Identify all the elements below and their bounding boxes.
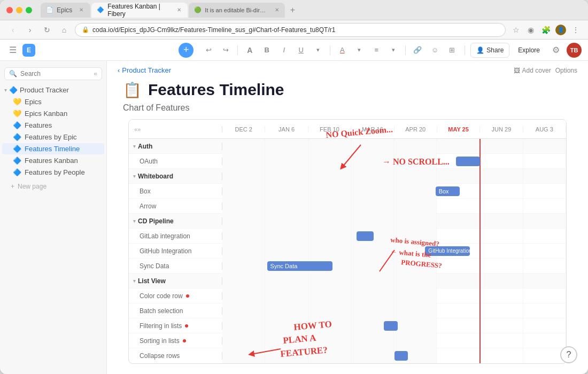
options-button[interactable]: Options <box>555 67 577 74</box>
bold-button[interactable]: B <box>259 43 274 58</box>
page-emoji: 📋 <box>123 81 142 99</box>
close-window-button[interactable] <box>6 7 13 13</box>
sync-data-bar[interactable]: Sync Data <box>267 261 332 271</box>
tab-epics-close[interactable]: ✕ <box>78 6 85 14</box>
filtering-bar[interactable] <box>384 321 398 331</box>
toolbar-divider-3 <box>405 45 406 55</box>
batch-selection-label: Batch selection <box>129 307 222 315</box>
sidebar-item-features[interactable]: 🔷 Features <box>2 120 104 131</box>
help-button[interactable]: ? <box>560 346 577 363</box>
settings-icon[interactable]: ⚙ <box>548 43 563 58</box>
sidebar-parent-product-tracker[interactable]: ▾ 🔷 Product Tracker <box>0 84 106 96</box>
chevron-whiteboard-icon: ▾ <box>133 174 136 179</box>
collapse-rows-bar[interactable] <box>394 351 408 361</box>
auth-bar[interactable] <box>456 157 480 166</box>
oauth-label: OAuth <box>129 158 222 165</box>
star-icon[interactable]: ☆ <box>510 24 522 36</box>
share-button[interactable]: 👤 Share <box>470 43 509 58</box>
sidebar-item-features-timeline[interactable]: 🔷 Features Timeline <box>2 143 104 154</box>
tab-epics[interactable]: 📄 Epics ✕ <box>41 3 90 18</box>
sidebar-item-features-by-epic[interactable]: 🔷 Features by Epic <box>2 131 104 143</box>
text-size-button[interactable]: A <box>242 43 257 58</box>
features-by-epic-label: Features by Epic <box>25 133 77 141</box>
box-bar[interactable]: Box <box>436 186 460 196</box>
sidebar-item-features-kanban[interactable]: 🔷 Features Kanban <box>2 155 104 166</box>
align-button[interactable]: ≡ <box>369 43 384 58</box>
align-more-button[interactable]: ▾ <box>386 43 401 58</box>
row-sync-data: Sync Data Sync Data <box>129 259 566 274</box>
sidebar-item-epics[interactable]: 💛 Epics <box>2 96 104 107</box>
url-bar[interactable]: 🔒 coda.io/d/Epics_dpJG-Cm9lkz/Features-T… <box>75 23 506 37</box>
github-bar[interactable]: GitHub Integration <box>425 246 470 256</box>
address-actions: ☆ ◉ 🧩 👤 ⋮ <box>510 24 582 36</box>
col-today <box>437 139 480 154</box>
group-list-view: ▾ List View <box>129 274 566 289</box>
back-button[interactable]: ‹ <box>6 24 19 36</box>
new-page-button[interactable]: + New page <box>0 181 106 192</box>
font-color-more-button[interactable]: ▾ <box>352 43 367 58</box>
sidebar-item-features-by-people[interactable]: 🔷 Features by People <box>2 167 104 178</box>
arrow-timeline <box>222 199 566 214</box>
minimize-window-button[interactable] <box>16 7 22 13</box>
box-label: Box <box>129 188 222 195</box>
dot-color-code <box>186 294 189 298</box>
refresh-button[interactable]: ↻ <box>41 24 53 36</box>
maximize-window-button[interactable] <box>26 7 32 13</box>
tab-coda-label: It is an editable Bi-directional re... <box>205 7 269 13</box>
underline-more-button[interactable]: ▾ <box>311 43 326 58</box>
explore-button[interactable]: Explore <box>513 43 545 58</box>
new-tab-button[interactable]: + <box>286 4 299 17</box>
chevron-cd-icon: ▾ <box>133 219 136 224</box>
forward-button[interactable]: › <box>24 24 36 36</box>
browser-window: 📄 Epics ✕ 🔷 Features Kanban | Fibery ✕ 🟢… <box>0 0 588 374</box>
features-by-people-label: Features by People <box>25 168 85 176</box>
home-button[interactable]: ⌂ <box>58 24 71 36</box>
search-bar[interactable]: 🔍 « <box>4 67 102 80</box>
emoji-button[interactable]: ☺ <box>427 43 442 58</box>
github-timeline: GitHub Integration <box>222 244 566 259</box>
create-button[interactable]: + <box>179 43 194 58</box>
media-icon[interactable]: ◉ <box>525 24 537 36</box>
undo-button[interactable]: ↩ <box>201 43 216 58</box>
row-color-code: Color code row <box>129 289 566 303</box>
features-timeline-icon: 🔷 <box>13 145 21 153</box>
tab-coda[interactable]: 🟢 It is an editable Bi-directional re...… <box>189 3 285 18</box>
extensions-icon[interactable]: 🧩 <box>540 24 552 36</box>
oauth-timeline <box>222 154 566 169</box>
sidebar-collapse-button[interactable]: « <box>94 70 97 77</box>
menu-icon[interactable]: ⋮ <box>570 24 582 36</box>
search-input[interactable] <box>20 70 90 77</box>
tab-coda-close[interactable]: ✕ <box>274 6 280 14</box>
row-collapse-rows: Collapse rows <box>129 348 566 363</box>
main-area: 🔍 « ▾ 🔷 Product Tracker 💛 Epics 💛 Epics … <box>0 61 588 374</box>
italic-button[interactable]: I <box>276 43 291 58</box>
gantt-body: ▾ Auth <box>129 139 566 363</box>
dot-sorting <box>183 339 186 342</box>
gantt-collapse-button[interactable]: «» <box>134 126 141 133</box>
add-cover-button[interactable]: 🖼 Add cover <box>514 67 551 74</box>
avatar[interactable]: TB <box>567 43 582 58</box>
table-button[interactable]: ⊞ <box>444 43 459 58</box>
tab-fibery[interactable]: 🔷 Features Kanban | Fibery ✕ <box>91 3 188 18</box>
toolbar-actions: ↩ ↪ A B I U ▾ A ▾ ≡ ▾ 🔗 ☺ ⊞ <box>201 43 459 58</box>
link-button[interactable]: 🔗 <box>410 43 425 58</box>
date-dec2: DEC 2 <box>222 126 265 133</box>
sync-data-timeline: Sync Data <box>222 259 566 274</box>
row-box: Box Box <box>129 184 566 199</box>
page-title: Features Timeline <box>148 81 284 99</box>
row-batch-selection: Batch selection <box>129 303 566 318</box>
sidebar-item-epics-kanban[interactable]: 💛 Epics Kanban <box>2 108 104 119</box>
tab-fibery-close[interactable]: ✕ <box>176 6 182 14</box>
list-view-timeline <box>222 274 566 289</box>
underline-button[interactable]: U <box>293 43 308 58</box>
sidebar-toggle-button[interactable]: ☰ <box>6 44 19 57</box>
sync-data-label: Sync Data <box>129 262 222 270</box>
redo-button[interactable]: ↪ <box>218 43 233 58</box>
profile-icon[interactable]: 👤 <box>555 24 567 36</box>
gitlab-bar[interactable] <box>357 231 374 241</box>
row-github: GitHub Integration GitHub Integra <box>129 244 566 259</box>
features-by-people-icon: 🔷 <box>13 168 21 176</box>
font-color-button[interactable]: A <box>335 43 350 58</box>
breadcrumb-link[interactable]: ‹ Product Tracker <box>118 66 171 74</box>
whiteboard-group-label: ▾ Whiteboard <box>129 173 222 180</box>
